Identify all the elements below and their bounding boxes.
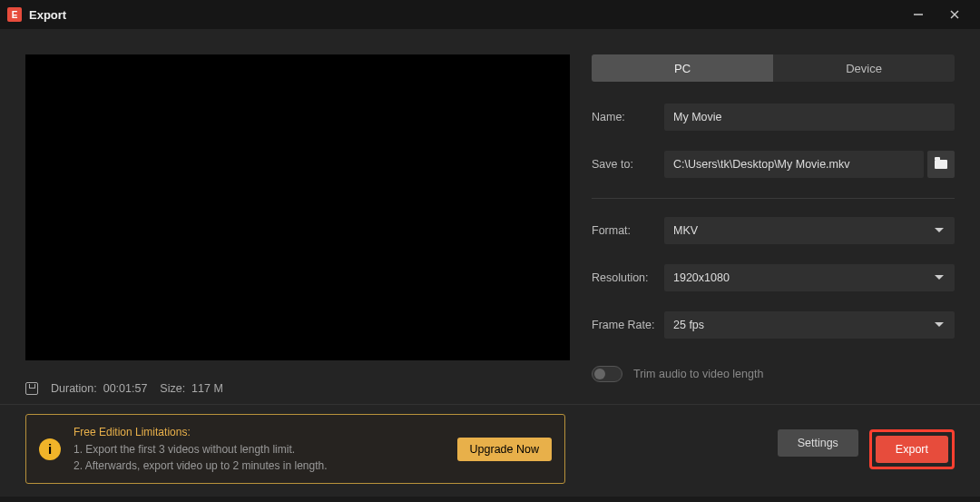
export-button[interactable]: Export xyxy=(876,436,948,463)
app-icon: E xyxy=(7,7,22,22)
saveto-label: Save to: xyxy=(592,158,664,171)
size-label: Size: xyxy=(160,382,185,395)
export-tabs: PC Device xyxy=(592,54,955,82)
framerate-select[interactable]: 25 fps xyxy=(664,311,955,339)
resolution-select[interactable]: 1920x1080 xyxy=(664,264,955,291)
size-value: 117 M xyxy=(191,382,223,395)
format-select[interactable]: MKV xyxy=(664,217,955,244)
video-preview xyxy=(25,54,570,360)
framerate-label: Frame Rate: xyxy=(592,319,664,331)
folder-icon xyxy=(935,160,947,169)
saveto-input[interactable] xyxy=(664,151,924,178)
disk-icon xyxy=(25,382,38,395)
name-input[interactable] xyxy=(664,103,955,131)
minimize-button[interactable] xyxy=(900,0,936,29)
duration-value: 00:01:57 xyxy=(103,382,148,395)
divider xyxy=(592,198,955,199)
info-icon: i xyxy=(39,438,61,460)
window-title: Export xyxy=(29,8,66,22)
promo-line1: 1. Export the first 3 videos without len… xyxy=(74,441,445,458)
name-label: Name: xyxy=(592,111,664,123)
tab-device[interactable]: Device xyxy=(773,54,955,82)
settings-button[interactable]: Settings xyxy=(778,429,858,457)
browse-folder-button[interactable] xyxy=(927,151,955,178)
trim-audio-toggle[interactable] xyxy=(592,366,622,382)
promo-line2: 2. Afterwards, export video up to 2 minu… xyxy=(74,458,445,474)
limitations-panel: i Free Edition Limitations: 1. Export th… xyxy=(25,414,565,484)
promo-title: Free Edition Limitations: xyxy=(74,424,445,440)
info-bar: Duration: 00:01:57 Size: 117 M xyxy=(25,382,570,395)
resolution-label: Resolution: xyxy=(592,271,664,284)
format-label: Format: xyxy=(592,224,664,237)
trim-audio-label: Trim audio to video length xyxy=(633,368,763,380)
upgrade-button[interactable]: Upgrade Now xyxy=(457,438,552,461)
tab-pc[interactable]: PC xyxy=(592,54,773,82)
duration-label: Duration: xyxy=(51,382,97,395)
title-bar: E Export xyxy=(0,0,980,29)
close-button[interactable] xyxy=(936,0,973,29)
